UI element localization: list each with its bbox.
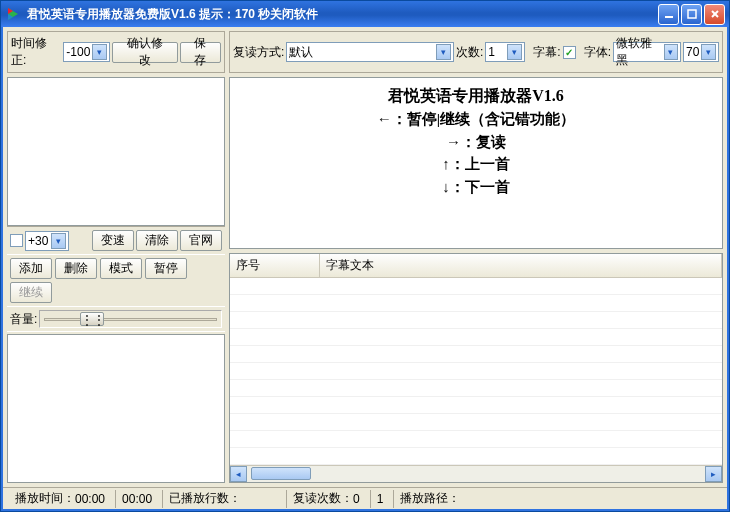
volume-slider[interactable]: ⋮⋮	[39, 310, 222, 328]
time-correct-value: -100	[66, 45, 90, 59]
status-total-time: 00:00	[115, 490, 158, 508]
speed-value: +30	[28, 234, 48, 248]
times-combo[interactable]: 1▾	[485, 42, 525, 62]
pause-button[interactable]: 暂停	[145, 258, 187, 279]
playback-options-panel: 复读方式: 默认▾ 次数: 1▾ 字幕: ✓ 字体: 微软雅黑▾ 70▾	[229, 31, 723, 73]
col-subtitle[interactable]: 字幕文本	[320, 254, 722, 277]
continue-button[interactable]: 继续	[10, 282, 52, 303]
svg-rect-3	[665, 16, 673, 18]
time-correction-panel: 时间修正: -100▾ 确认修改 保存	[7, 31, 225, 73]
add-button[interactable]: 添加	[10, 258, 52, 279]
status-played-lines: 已播放行数：	[162, 490, 282, 508]
speed-combo[interactable]: +30▾	[25, 231, 69, 251]
save-button[interactable]: 保存	[180, 42, 222, 63]
replay-mode-combo[interactable]: 默认▾	[286, 42, 454, 62]
status-play-time: 播放时间：00:00	[9, 490, 111, 508]
status-bar: 播放时间：00:00 00:00 已播放行数： 复读次数：0 1 播放路径：	[3, 487, 727, 509]
window-title: 君悦英语专用播放器免费版V1.6 提示：170 秒关闭软件	[27, 6, 658, 23]
times-value: 1	[488, 45, 495, 59]
chevron-down-icon: ▾	[436, 44, 451, 60]
chevron-down-icon: ▾	[701, 44, 716, 60]
scroll-thumb[interactable]	[251, 467, 311, 480]
status-path: 播放路径：	[393, 490, 721, 508]
table-body[interactable]	[230, 278, 722, 465]
font-size-value: 70	[686, 45, 699, 59]
close-button[interactable]	[704, 4, 725, 25]
delete-button[interactable]: 删除	[55, 258, 97, 279]
top-toolbar: 时间修正: -100▾ 确认修改 保存 复读方式: 默认▾ 次数: 1▾ 字幕:…	[3, 27, 727, 77]
site-button[interactable]: 官网	[180, 230, 222, 251]
instruction-line: ↓：下一首	[230, 176, 722, 199]
confirm-button[interactable]: 确认修改	[112, 42, 177, 63]
font-value: 微软雅黑	[616, 35, 662, 69]
font-label: 字体:	[584, 44, 611, 61]
scroll-left-icon[interactable]: ◂	[230, 466, 247, 482]
horizontal-scrollbar[interactable]: ◂ ▸	[230, 465, 722, 482]
upper-list[interactable]	[7, 77, 225, 226]
replay-mode-value: 默认	[289, 44, 313, 61]
time-correct-combo[interactable]: -100▾	[63, 42, 110, 62]
action-row: 添加 删除 模式 暂停 继续	[7, 255, 225, 306]
subtitle-checkbox[interactable]: ✓	[563, 46, 576, 59]
status-replay-count: 复读次数：0	[286, 490, 366, 508]
font-combo[interactable]: 微软雅黑▾	[613, 42, 681, 62]
left-column: +30▾ 变速 清除 官网 添加 删除 模式 暂停 继续 音量:	[7, 77, 225, 483]
instruction-line: ←：暂停|继续（含记错功能）	[230, 108, 722, 131]
status-replay-total: 1	[370, 490, 390, 508]
instructions-pane: 君悦英语专用播放器V1.6 ←：暂停|继续（含记错功能） →：复读 ↑：上一首 …	[229, 77, 723, 249]
minimize-button[interactable]	[658, 4, 679, 25]
font-size-combo[interactable]: 70▾	[683, 42, 719, 62]
volume-thumb[interactable]: ⋮⋮	[80, 312, 104, 326]
titlebar[interactable]: 君悦英语专用播放器免费版V1.6 提示：170 秒关闭软件	[1, 1, 729, 27]
instruction-line: ↑：上一首	[230, 153, 722, 176]
volume-row: 音量: ⋮⋮	[7, 306, 225, 332]
scroll-right-icon[interactable]: ▸	[705, 466, 722, 482]
speed-button[interactable]: 变速	[92, 230, 134, 251]
chevron-down-icon: ▾	[51, 233, 66, 249]
chevron-down-icon: ▾	[507, 44, 522, 60]
chevron-down-icon: ▾	[664, 44, 678, 60]
main-section: +30▾ 变速 清除 官网 添加 删除 模式 暂停 继续 音量:	[3, 77, 727, 487]
app-icon	[5, 6, 21, 22]
right-column: 君悦英语专用播放器V1.6 ←：暂停|继续（含记错功能） →：复读 ↑：上一首 …	[229, 77, 723, 483]
replay-mode-label: 复读方式:	[233, 44, 284, 61]
window-buttons	[658, 4, 725, 25]
chevron-down-icon: ▾	[92, 44, 107, 60]
svg-rect-4	[688, 10, 696, 18]
speed-row: +30▾ 变速 清除 官网	[7, 226, 225, 255]
table-header: 序号 字幕文本	[230, 254, 722, 278]
speed-checkbox[interactable]	[10, 234, 23, 247]
instructions-title: 君悦英语专用播放器V1.6	[230, 84, 722, 108]
mode-button[interactable]: 模式	[100, 258, 142, 279]
instruction-line: →：复读	[230, 131, 722, 154]
app-window: 君悦英语专用播放器免费版V1.6 提示：170 秒关闭软件 时间修正: -100…	[0, 0, 730, 512]
subtitle-label: 字幕:	[533, 44, 560, 61]
time-correct-label: 时间修正:	[11, 35, 61, 69]
subtitle-table: 序号 字幕文本 ◂ ▸	[229, 253, 723, 483]
maximize-button[interactable]	[681, 4, 702, 25]
volume-label: 音量:	[10, 311, 37, 328]
lower-list[interactable]	[7, 334, 225, 483]
content-area: 时间修正: -100▾ 确认修改 保存 复读方式: 默认▾ 次数: 1▾ 字幕:…	[1, 27, 729, 511]
col-index[interactable]: 序号	[230, 254, 320, 277]
clear-button[interactable]: 清除	[136, 230, 178, 251]
times-label: 次数:	[456, 44, 483, 61]
